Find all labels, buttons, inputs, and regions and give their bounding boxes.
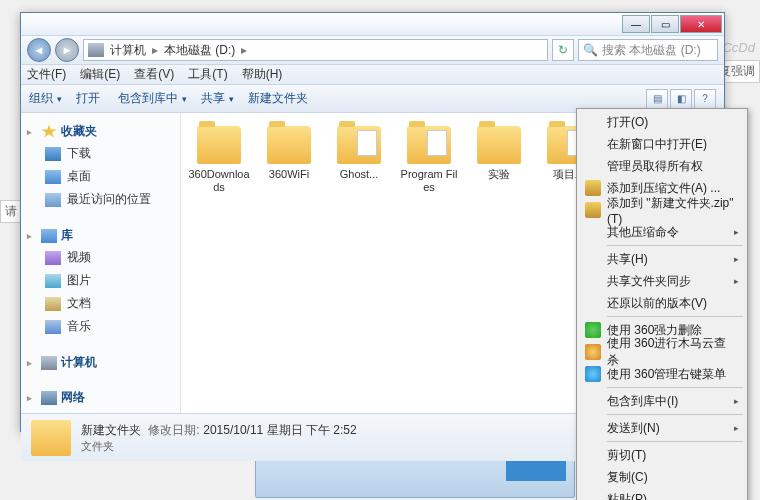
maximize-button[interactable]: ▭	[651, 15, 679, 33]
sidebar-libraries: 库 视频 图片 文档 音乐	[27, 225, 174, 338]
sidebar-label: 网络	[61, 389, 85, 406]
menu-file[interactable]: 文件(F)	[27, 66, 66, 83]
context-item-label: 在新窗口中打开(E)	[607, 136, 707, 153]
view-mode-button[interactable]: ▤	[646, 89, 668, 109]
context-item-label: 管理员取得所有权	[607, 158, 703, 175]
back-button[interactable]: ◄	[27, 38, 51, 62]
close-button[interactable]: ✕	[680, 15, 722, 33]
menu-view[interactable]: 查看(V)	[134, 66, 174, 83]
folder-item[interactable]: 实验	[465, 123, 533, 201]
sidebar-item-label: 音乐	[67, 318, 91, 335]
context-menu-item[interactable]: 发送到(N)	[579, 417, 745, 439]
context-menu-item[interactable]: 在新窗口中打开(E)	[579, 133, 745, 155]
context-menu-item[interactable]: 其他压缩命令	[579, 221, 745, 243]
sidebar-item-documents[interactable]: 文档	[27, 292, 174, 315]
bg-dialog-button[interactable]	[506, 459, 566, 481]
folder-item[interactable]: Program Files	[395, 123, 463, 201]
sidebar-item-desktop[interactable]: 桌面	[27, 165, 174, 188]
tool-open[interactable]: 打开	[76, 90, 104, 107]
sidebar-item-recent[interactable]: 最近访问的位置	[27, 188, 174, 211]
folder-name: 实验	[488, 168, 510, 181]
context-separator	[607, 387, 743, 388]
menu-tools[interactable]: 工具(T)	[188, 66, 227, 83]
sidebar-item-label: 桌面	[67, 168, 91, 185]
context-menu-item[interactable]: 还原以前的版本(V)	[579, 292, 745, 314]
context-menu-item[interactable]: 打开(O)	[579, 111, 745, 133]
refresh-button[interactable]: ↻	[552, 39, 574, 61]
context-menu-item[interactable]: 添加到 "新建文件夹.zip"(T)	[579, 199, 745, 221]
titlebar: — ▭ ✕	[21, 13, 724, 35]
context-item-label: 共享文件夹同步	[607, 273, 691, 290]
context-item-label: 还原以前的版本(V)	[607, 295, 707, 312]
forward-button[interactable]: ►	[55, 38, 79, 62]
breadcrumb[interactable]: 计算机 ▸ 本地磁盘 (D:) ▸	[83, 39, 548, 61]
folder-item[interactable]: 360Downloads	[185, 123, 253, 201]
chevron-right-icon: ▸	[241, 43, 247, 57]
sidebar-item-music[interactable]: 音乐	[27, 315, 174, 338]
sidebar-item-downloads[interactable]: 下载	[27, 142, 174, 165]
folder-icon	[477, 126, 521, 164]
folder-name: Program Files	[398, 168, 460, 194]
context-menu-item[interactable]: 剪切(T)	[579, 444, 745, 466]
context-menu-item[interactable]: 粘贴(P)	[579, 488, 745, 500]
ci-zip-icon	[585, 180, 601, 196]
downloads-icon	[45, 147, 61, 161]
folder-item[interactable]: 360WiFi	[255, 123, 323, 201]
recent-icon	[45, 193, 61, 207]
sidebar-head-computer[interactable]: 计算机	[27, 352, 174, 373]
search-input[interactable]: 🔍 搜索 本地磁盘 (D:)	[578, 39, 718, 61]
menu-edit[interactable]: 编辑(E)	[80, 66, 120, 83]
ci-360c-icon	[585, 366, 601, 382]
desktop-icon	[45, 170, 61, 184]
context-menu-item[interactable]: 复制(C)	[579, 466, 745, 488]
crumb-computer[interactable]: 计算机	[106, 42, 150, 59]
status-folder-icon	[31, 420, 71, 456]
tool-organize[interactable]: 组织	[29, 90, 62, 107]
sidebar-label: 库	[61, 227, 73, 244]
context-menu: 打开(O)在新窗口中打开(E)管理员取得所有权添加到压缩文件(A) ...添加到…	[576, 108, 748, 500]
context-item-label: 包含到库中(I)	[607, 393, 678, 410]
desktop-background: bCcDd 复强调 请 — ▭ ✕ ◄ ► 计算机 ▸ 本地磁盘 (D:) ▸ …	[0, 0, 760, 500]
sidebar-head-favorites[interactable]: 收藏夹	[27, 121, 174, 142]
folder-item[interactable]: Ghost...	[325, 123, 393, 201]
context-menu-item[interactable]: 使用 360管理右键菜单	[579, 363, 745, 385]
star-icon	[41, 125, 57, 139]
search-placeholder: 搜索 本地磁盘 (D:)	[602, 42, 701, 59]
folder-name: Ghost...	[340, 168, 379, 181]
preview-pane-button[interactable]: ◧	[670, 89, 692, 109]
tool-include-library[interactable]: 包含到库中	[118, 90, 187, 107]
folder-icon	[197, 126, 241, 164]
sidebar-item-pictures[interactable]: 图片	[27, 269, 174, 292]
context-item-label: 打开(O)	[607, 114, 648, 131]
context-item-label: 剪切(T)	[607, 447, 646, 464]
tool-share[interactable]: 共享	[201, 90, 234, 107]
computer-icon	[41, 356, 57, 370]
tool-new-folder[interactable]: 新建文件夹	[248, 90, 312, 107]
sidebar-computer-group: 计算机	[27, 352, 174, 373]
context-menu-item[interactable]: 包含到库中(I)	[579, 390, 745, 412]
folder-icon	[407, 126, 451, 164]
view-buttons: ▤ ◧ ?	[646, 89, 716, 109]
status-date: 2015/10/11 星期日 下午 2:52	[203, 423, 356, 437]
sidebar-head-libraries[interactable]: 库	[27, 225, 174, 246]
help-button[interactable]: ?	[694, 89, 716, 109]
crumb-drive[interactable]: 本地磁盘 (D:)	[160, 42, 239, 59]
sidebar-item-videos[interactable]: 视频	[27, 246, 174, 269]
context-menu-item[interactable]: 共享文件夹同步	[579, 270, 745, 292]
nav-sidebar: 收藏夹 下载 桌面 最近访问的位置 库 视频 图片 文档 音乐 计算机 网络	[21, 113, 181, 413]
video-icon	[45, 251, 61, 265]
context-menu-item[interactable]: 使用 360进行木马云查杀	[579, 341, 745, 363]
sidebar-label: 计算机	[61, 354, 97, 371]
sidebar-head-network[interactable]: 网络	[27, 387, 174, 408]
context-menu-item[interactable]: 共享(H)	[579, 248, 745, 270]
context-item-label: 复制(C)	[607, 469, 648, 486]
ci-zip2-icon	[585, 202, 601, 218]
ci-360b-icon	[585, 344, 601, 360]
context-separator	[607, 414, 743, 415]
menu-help[interactable]: 帮助(H)	[242, 66, 283, 83]
minimize-button[interactable]: —	[622, 15, 650, 33]
network-icon	[41, 391, 57, 405]
context-item-label: 粘贴(P)	[607, 491, 647, 501]
bg-ribbon-fragment-left: 请	[0, 200, 22, 223]
context-menu-item[interactable]: 管理员取得所有权	[579, 155, 745, 177]
